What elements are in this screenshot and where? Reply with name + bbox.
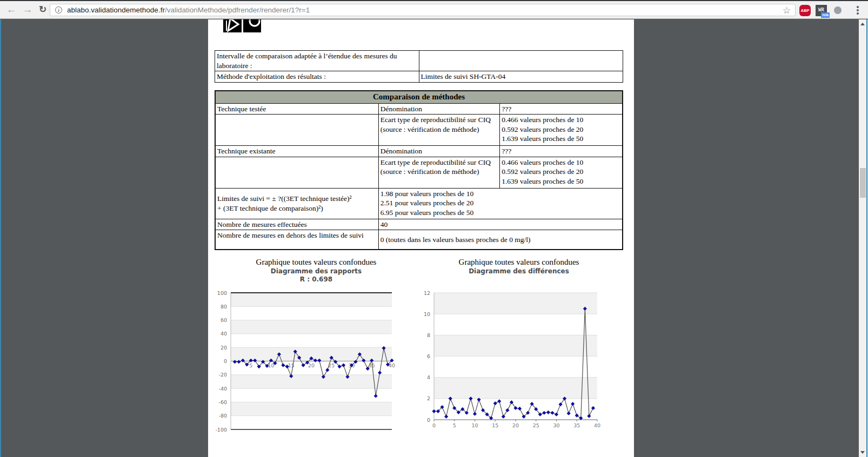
table-row: Limites de suivi = ± ?((3ET technique te… xyxy=(215,188,623,219)
svg-text:8: 8 xyxy=(427,332,430,338)
svg-text:25: 25 xyxy=(533,422,539,428)
chart-title: Graphique toutes valeurs confondues xyxy=(216,258,416,267)
scrollbar-up-arrow-icon[interactable] xyxy=(860,23,865,25)
table-row: Nombre de mesures en dehors des limites … xyxy=(215,230,623,250)
reload-icon[interactable]: ↻ xyxy=(36,3,50,17)
svg-text:-60: -60 xyxy=(218,399,227,405)
window-left-edge xyxy=(0,19,1,457)
difference-scatter-chart: 0246810120510152025303540 xyxy=(416,289,603,439)
table-row: Technique testée Dénomination ??? xyxy=(215,103,623,115)
svg-text:30: 30 xyxy=(553,422,559,428)
svg-text:35: 35 xyxy=(573,422,580,428)
bookmark-star-icon[interactable]: ☆ xyxy=(783,5,791,16)
url-host: ablabo.validationdemethode.fr xyxy=(67,6,165,14)
svg-text:20: 20 xyxy=(512,422,519,428)
difference-chart-titles: Graphique toutes valeurs confondues Diag… xyxy=(419,258,619,275)
svg-text:12: 12 xyxy=(424,290,430,296)
ratio-scatter-chart: -100-80-60-40-20020406080100510152025303… xyxy=(213,289,400,435)
svg-text:0: 0 xyxy=(224,358,227,364)
comparison-table-title: Comparaison de méthodes xyxy=(215,91,623,103)
page-viewport: Intervalle de comparaison adaptée à l’ét… xyxy=(0,19,868,457)
svg-text:5: 5 xyxy=(453,422,456,428)
chart-r-value: R : 0.698 xyxy=(216,275,416,283)
svg-text:10: 10 xyxy=(471,422,478,428)
svg-text:6: 6 xyxy=(427,353,430,359)
info-label: Intervalle de comparaison adaptée à l’ét… xyxy=(215,51,419,71)
info-table: Intervalle de comparaison adaptée à l’ét… xyxy=(215,50,623,83)
svg-text:-20: -20 xyxy=(218,372,227,378)
address-bar[interactable]: i ablabo.validationdemethode.fr/validati… xyxy=(50,4,796,16)
adblock-extension-icon[interactable]: ABP xyxy=(799,5,811,16)
chart-subtitle: Diagramme des rapports xyxy=(216,267,416,275)
svg-text:20: 20 xyxy=(308,362,315,368)
info-value xyxy=(419,51,623,71)
svg-text:15: 15 xyxy=(492,422,498,428)
browser-window: ← → ↻ i ablabo.validationdemethode.fr/va… xyxy=(0,0,868,457)
url-path: /validationMethode/pdfrender/renderer/1?… xyxy=(165,6,310,14)
wr-extension-icon[interactable]: WRn/a xyxy=(816,5,827,16)
browser-toolbar: ← → ↻ i ablabo.validationdemethode.fr/va… xyxy=(0,1,868,19)
table-row: Technique existante Dénomination ??? xyxy=(215,146,623,157)
svg-text:100: 100 xyxy=(217,290,227,296)
table-row: Nombre de mesures effectuées 40 xyxy=(215,219,623,230)
table-header-row: Comparaison de méthodes xyxy=(215,91,623,103)
svg-text:-40: -40 xyxy=(218,386,227,392)
forward-icon[interactable]: → xyxy=(21,3,35,17)
comparison-table: Comparaison de méthodes Technique testée… xyxy=(215,90,623,250)
svg-text:60: 60 xyxy=(221,317,227,323)
svg-text:0: 0 xyxy=(427,417,430,423)
svg-text:40: 40 xyxy=(594,422,600,428)
site-logo xyxy=(223,19,262,32)
svg-text:5: 5 xyxy=(249,362,252,368)
scrollbar-thumb[interactable] xyxy=(860,168,866,198)
svg-text:10: 10 xyxy=(424,311,430,317)
table-row: Ecart type de reproductibilité sur CIQ (… xyxy=(215,157,623,188)
page-info-icon[interactable]: i xyxy=(55,6,62,14)
svg-text:-80: -80 xyxy=(218,413,227,419)
table-row: Ecart type de reproductibilité sur CIQ (… xyxy=(215,115,623,146)
table-row: Intervalle de comparaison adaptée à l’ét… xyxy=(215,51,623,71)
extension-dot-icon[interactable] xyxy=(834,6,842,14)
svg-text:-100: -100 xyxy=(215,427,227,433)
back-icon[interactable]: ← xyxy=(4,3,18,17)
svg-text:40: 40 xyxy=(221,331,227,337)
info-label: Méthode d'exploitation des résultats : xyxy=(215,71,419,83)
document-page: Intervalle de comparaison adaptée à l’ét… xyxy=(208,19,634,457)
chart-subtitle: Diagramme des différences xyxy=(419,267,619,275)
url-text[interactable]: ablabo.validationdemethode.fr/validation… xyxy=(67,6,310,14)
ratio-chart-titles: Graphique toutes valeurs confondues Diag… xyxy=(216,258,416,283)
svg-text:4: 4 xyxy=(427,374,430,380)
info-value: Limites de suivi SH-GTA-04 xyxy=(419,71,623,83)
scrollbar[interactable] xyxy=(859,19,866,457)
svg-text:20: 20 xyxy=(221,345,227,351)
chart-title: Graphique toutes valeurs confondues xyxy=(419,258,619,267)
svg-text:0: 0 xyxy=(432,422,436,428)
svg-text:80: 80 xyxy=(221,304,227,310)
svg-text:2: 2 xyxy=(427,395,430,401)
chrome-menu-icon[interactable] xyxy=(853,5,863,15)
table-row: Méthode d'exploitation des résultats : L… xyxy=(215,71,623,83)
scrollbar-down-arrow-icon[interactable] xyxy=(860,451,865,454)
wr-extension-badge: n/a xyxy=(821,12,830,18)
